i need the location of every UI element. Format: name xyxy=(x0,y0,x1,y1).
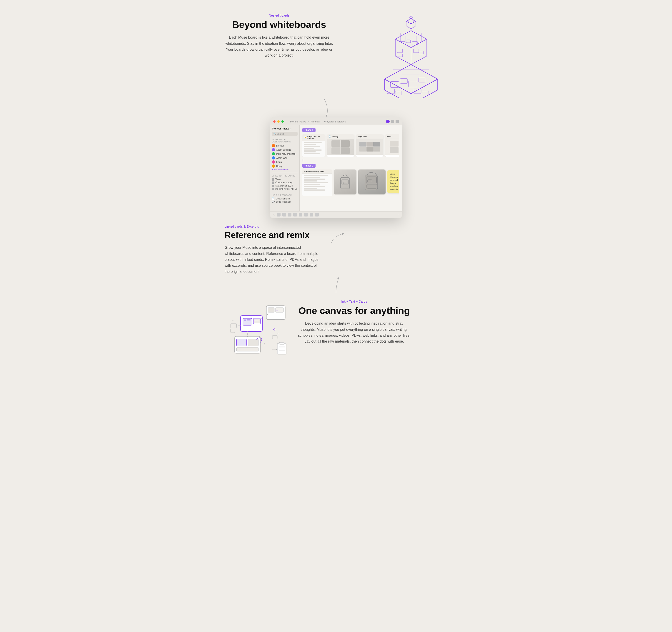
link-icon-strategy xyxy=(272,185,274,187)
link-icon-meeting xyxy=(272,188,274,190)
ml7 xyxy=(304,186,325,187)
app-mockup: Pioneer Packs › Projects › Wayfarer Back… xyxy=(270,118,402,218)
svg-rect-33 xyxy=(418,78,425,82)
card-sticky: Latest Wayfarer backpack design sketches… xyxy=(387,170,399,193)
card-meeting: Box / Leslie meeting notes xyxy=(302,170,332,196)
toolbar-text-btn[interactable]: Aᵤ xyxy=(273,213,275,216)
toolbar-btn-5[interactable] xyxy=(299,213,302,217)
card-kickoff-title: Project kickoff from Box xyxy=(307,135,323,140)
svg-rect-74 xyxy=(272,335,277,339)
linked-text-col: Linked cards & Excerpts Reference and re… xyxy=(224,225,320,275)
phase1-cards: 📝 Project kickoff from Box xyxy=(302,134,399,157)
svg-rect-21 xyxy=(413,49,419,53)
toolbar-btn-8[interactable] xyxy=(315,213,319,217)
sidebar-project-icon: ⊙ xyxy=(290,128,291,130)
toolbar-btn-2[interactable] xyxy=(282,213,286,217)
breadcrumb-sep-1: › xyxy=(308,120,309,123)
avatar-lennart xyxy=(272,144,275,147)
icon-search[interactable] xyxy=(395,120,399,123)
card-kickoff-lines xyxy=(304,142,324,154)
line3 xyxy=(304,146,320,147)
sidebar-collaborators-title: Workspace collaborators xyxy=(272,138,297,143)
svg-rect-81 xyxy=(277,344,286,354)
backpack-large-svg xyxy=(364,172,380,192)
history-icon: 🕐 xyxy=(329,135,331,138)
svg-text:+: + xyxy=(277,309,278,312)
user-name-adam-w: Adam Wiggins xyxy=(276,149,291,151)
user-avatar: ? xyxy=(386,120,390,123)
sidebar-help-title: Help & feedback xyxy=(272,194,297,196)
linked-title: Reference and remix xyxy=(224,231,320,240)
sidebar-link-docs[interactable]: 📄 Documentation xyxy=(272,197,297,200)
nested-desc: Each Muse board is like a whiteboard tha… xyxy=(224,34,334,59)
breadcrumb-2: Projects xyxy=(311,120,320,123)
meeting-lines xyxy=(304,175,331,191)
svg-rect-42 xyxy=(365,175,378,190)
ink-desc: Developing an idea starts with collectin… xyxy=(297,321,411,345)
card-history-title: History xyxy=(332,136,338,138)
user-name-linda: Linda xyxy=(276,161,282,163)
line5 xyxy=(304,150,322,151)
svg-marker-0 xyxy=(406,18,416,24)
sep-icon: ‖ xyxy=(302,159,304,161)
hist-img-4 xyxy=(341,147,350,154)
svg-text:+: + xyxy=(232,319,234,322)
line1 xyxy=(304,142,322,143)
add-collaborator-btn[interactable]: + Add collaborator xyxy=(272,169,297,171)
ml1 xyxy=(304,175,328,176)
search-placeholder: Search xyxy=(277,133,284,135)
sidebar-user-3: Mark McConaghan xyxy=(272,152,297,155)
sidebar-links-title: Links to this board xyxy=(272,175,297,177)
ml4 xyxy=(304,180,317,181)
arrow-down-svg xyxy=(306,99,343,118)
hist-img-1 xyxy=(332,141,340,147)
toolbar-btn-3[interactable] xyxy=(288,213,291,217)
sidebar-user-6: Henry xyxy=(272,165,297,168)
link-label-tasks: Tasks xyxy=(275,178,281,181)
svg-rect-31 xyxy=(400,79,407,83)
ml6 xyxy=(304,184,320,185)
card-kickoff-body xyxy=(302,141,325,157)
svg-rect-51 xyxy=(244,320,246,321)
line6 xyxy=(304,151,316,152)
mockup-sidebar: Pioneer Packs ⊙ 🔍 Search Workspace colla… xyxy=(270,125,299,211)
toolbar-btn-7[interactable] xyxy=(310,213,313,217)
phase2-label: Phase 2 xyxy=(302,164,315,168)
card-ideas-body xyxy=(385,139,399,155)
toolbar-btn-1[interactable] xyxy=(277,213,281,217)
sticky-text: Latest Wayfarer backpack design sketches… xyxy=(390,173,398,187)
avatar-henry xyxy=(272,165,275,168)
mockup-titlebar: Pioneer Packs › Projects › Wayfarer Back… xyxy=(270,118,402,125)
svg-marker-38 xyxy=(326,115,328,117)
card-history-header: 🕐 History xyxy=(327,134,354,139)
toolbar-btn-4[interactable] xyxy=(293,213,297,217)
svg-marker-46 xyxy=(342,233,344,235)
svg-rect-37 xyxy=(422,91,429,95)
card-ideas-title: Ideas xyxy=(387,135,391,137)
insp-img-6 xyxy=(373,147,380,152)
insp-img-5 xyxy=(366,147,373,152)
mockup-body: Pioneer Packs ⊙ 🔍 Search Workspace colla… xyxy=(270,125,402,211)
sidebar-search[interactable]: 🔍 Search xyxy=(272,132,297,136)
svg-point-73 xyxy=(278,333,279,334)
toolbar-zoom: ··· xyxy=(398,213,399,216)
history-images xyxy=(332,141,350,154)
insp-img-1 xyxy=(359,142,366,147)
svg-rect-19 xyxy=(397,49,402,53)
toolbar-btn-6[interactable] xyxy=(304,213,308,217)
arrow-up-svg xyxy=(329,277,343,295)
linked-tag: Linked cards & Excerpts xyxy=(224,225,320,228)
sidebar-link-feedback[interactable]: 💬 Send feedback xyxy=(272,201,297,203)
hist-img-2 xyxy=(341,141,350,147)
arrow-up-section xyxy=(220,277,452,295)
dot-red xyxy=(273,120,275,123)
user-name-adam-wolf: Adam Wolf xyxy=(276,157,287,159)
svg-rect-35 xyxy=(395,91,402,95)
insp-img-3 xyxy=(373,142,380,147)
nested-illustration xyxy=(375,14,448,99)
line7 xyxy=(304,153,320,154)
card-kickoff-header: 📝 Project kickoff from Box xyxy=(302,134,325,141)
user-name-henry: Henry xyxy=(276,165,282,168)
icon-settings[interactable] xyxy=(391,120,394,123)
idea-img-4 xyxy=(399,147,400,153)
